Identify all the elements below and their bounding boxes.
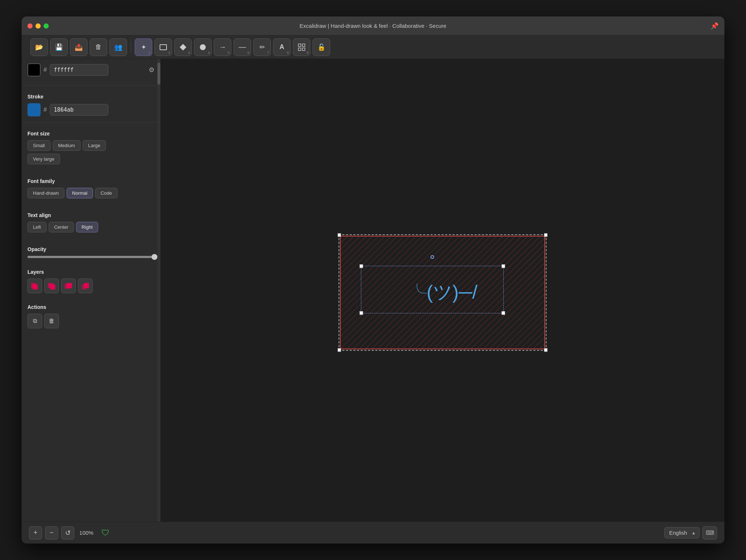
layers-row: [27, 279, 154, 293]
shield-icon: 🛡: [101, 528, 109, 538]
align-center[interactable]: Center: [49, 222, 74, 232]
stroke-color-swatch[interactable]: [27, 103, 41, 116]
save-button[interactable]: 💾: [50, 38, 68, 56]
save-icon: 💾: [55, 43, 63, 51]
svg-rect-10: [50, 284, 55, 290]
font-size-medium[interactable]: Medium: [53, 140, 81, 151]
bring-forward-button[interactable]: [61, 279, 76, 293]
font-size-label: Font size: [27, 131, 154, 137]
font-code[interactable]: Code: [95, 188, 118, 198]
svg-point-2: [200, 44, 206, 50]
font-size-very-large[interactable]: Very large: [27, 154, 60, 164]
send-backward-icon: [46, 281, 57, 291]
background-color-swatch[interactable]: [27, 63, 41, 76]
font-size-small[interactable]: Small: [27, 140, 51, 151]
hash-symbol: #: [44, 67, 47, 73]
keyboard-button[interactable]: ⌨: [702, 526, 717, 540]
opacity-fill: [27, 256, 154, 258]
font-normal[interactable]: Normal: [67, 188, 93, 198]
zoom-reset-button[interactable]: ↺: [61, 526, 74, 540]
arrow-icon: →: [219, 43, 226, 51]
delete-button[interactable]: 🗑: [90, 38, 107, 56]
settings-button[interactable]: ⚙: [149, 66, 154, 74]
canvas-area[interactable]: ╰(ツ)─/: [161, 59, 724, 522]
svg-rect-5: [298, 48, 301, 51]
svg-rect-8: [31, 283, 36, 288]
font-size-group-2: Very large: [27, 154, 154, 164]
bottom-right-controls: English ▲ ⌨: [664, 526, 717, 540]
tool-diamond[interactable]: 3: [174, 38, 192, 56]
align-left[interactable]: Left: [27, 222, 46, 232]
traffic-lights: [27, 23, 49, 29]
tool-arrow[interactable]: → 5: [214, 38, 231, 56]
svg-rect-6: [302, 48, 305, 51]
collaborate-button[interactable]: 👥: [109, 38, 127, 56]
plus-icon: +: [34, 529, 38, 537]
duplicate-icon: ⧉: [33, 318, 37, 324]
toolbar-sep-1: [131, 41, 131, 53]
tool-grid[interactable]: 9: [293, 38, 310, 56]
send-to-back-button[interactable]: [27, 279, 42, 293]
stroke-color-input[interactable]: 1864ab: [50, 104, 108, 116]
cursor-icon: ✦: [141, 43, 146, 51]
sidebar-scrollbar[interactable]: [157, 59, 160, 522]
diamond-icon: [179, 44, 187, 51]
export-button[interactable]: 📤: [70, 38, 87, 56]
language-select[interactable]: English: [664, 527, 700, 538]
bring-to-front-icon: [80, 281, 90, 291]
app-window: Excalidraw | Hand-drawn look & feel · Co…: [22, 16, 724, 544]
bottom-bar: + − ↺ 100% 🛡 English ▲ ⌨: [22, 522, 724, 544]
opacity-thumb[interactable]: [152, 254, 157, 260]
tool-select[interactable]: ✦ 1: [135, 38, 152, 56]
actions-row: ⧉ 🗑: [27, 314, 154, 328]
fullscreen-button[interactable]: [44, 23, 49, 29]
text-align-group: Left Center Right: [27, 222, 154, 232]
stroke-section: Stroke # 1864ab: [22, 87, 160, 121]
background-color-input[interactable]: ffffff: [50, 64, 108, 76]
opacity-slider[interactable]: [27, 256, 154, 258]
font-size-section: Font size Small Medium Large Very large: [22, 124, 160, 172]
hatched-rectangle[interactable]: ╰(ツ)─/: [340, 236, 545, 349]
zoom-in-button[interactable]: +: [29, 526, 42, 540]
line-icon: —: [239, 43, 246, 51]
reset-icon: ↺: [65, 529, 71, 537]
align-right[interactable]: Right: [76, 222, 98, 232]
close-button[interactable]: [27, 23, 33, 29]
layers-label: Layers: [27, 269, 154, 275]
tool-rectangle[interactable]: 2: [154, 38, 172, 56]
minimize-button[interactable]: [36, 23, 41, 29]
tool-lock[interactable]: 🔓: [313, 38, 330, 56]
bring-to-front-button[interactable]: [78, 279, 93, 293]
send-to-back-icon: [30, 281, 40, 291]
folder-icon: 📂: [35, 43, 43, 51]
kaomoji-element[interactable]: ╰(ツ)─/: [408, 280, 478, 305]
corner-icon: 📌: [710, 22, 719, 30]
layers-section: Layers: [22, 262, 160, 298]
duplicate-button[interactable]: ⧉: [27, 314, 42, 328]
zoom-controls: + − ↺ 100% 🛡: [29, 526, 109, 540]
delete-element-button[interactable]: 🗑: [44, 314, 59, 328]
text-align-label: Text align: [27, 212, 154, 218]
tool-pencil[interactable]: ✏ 7: [253, 38, 271, 56]
tool-ellipse[interactable]: 4: [194, 38, 212, 56]
background-section: # ffffff ⚙: [22, 59, 160, 84]
rectangle-icon: [160, 44, 167, 50]
font-hand-drawn[interactable]: Hand-drawn: [27, 188, 64, 198]
stroke-hash-symbol: #: [44, 107, 47, 113]
open-button[interactable]: 📂: [30, 38, 48, 56]
opacity-label: Opacity: [27, 246, 154, 252]
main-area: # ffffff ⚙ Stroke # 1864ab Font size: [22, 59, 724, 522]
tool-text[interactable]: A 8: [273, 38, 291, 56]
scrollbar-thumb[interactable]: [157, 63, 160, 85]
text-align-section: Text align Left Center Right: [22, 206, 160, 240]
canvas-content: ╰(ツ)─/: [340, 236, 545, 349]
svg-marker-1: [180, 44, 186, 51]
people-icon: 👥: [114, 43, 122, 51]
send-backward-button[interactable]: [44, 279, 59, 293]
tool-line[interactable]: — 6: [234, 38, 251, 56]
keyboard-icon: ⌨: [706, 529, 714, 536]
zoom-out-button[interactable]: −: [45, 526, 58, 540]
opacity-row: [27, 256, 154, 258]
font-size-large[interactable]: Large: [83, 140, 106, 151]
actions-label: Actions: [27, 304, 154, 310]
